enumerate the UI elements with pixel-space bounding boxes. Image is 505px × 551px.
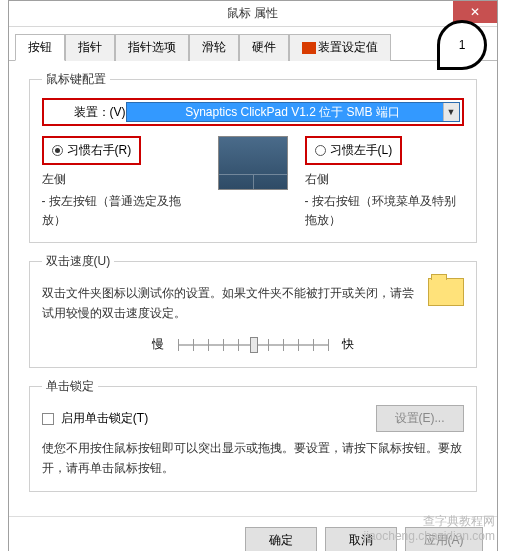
right-side-title: 右侧 (305, 171, 464, 188)
window-title: 鼠标 属性 (227, 5, 278, 22)
radio-icon (315, 145, 326, 156)
tab-pointer-options[interactable]: 指针选项 (115, 34, 189, 61)
tab-hardware[interactable]: 硬件 (239, 34, 289, 61)
double-click-desc: 双击文件夹图标以测试你的设置。如果文件夹不能被打开或关闭，请尝试用较慢的双击速度… (42, 284, 414, 322)
button-label: 设置(E)... (395, 411, 445, 425)
titlebar[interactable]: 鼠标 属性 ✕ (9, 1, 497, 27)
tab-buttons[interactable]: 按钮 (15, 34, 65, 61)
button-label: 确定 (269, 533, 293, 547)
device-value: Synaptics ClickPad V1.2 位于 SMB 端口 (185, 104, 400, 121)
checkbox-icon (42, 413, 54, 425)
tab-body: 鼠标键配置 装置：(V) Synaptics ClickPad V1.2 位于 … (9, 61, 497, 516)
fast-label: 快 (342, 336, 354, 353)
annotation-callout-1: 1 (437, 20, 487, 70)
right-side-desc: - 按右按钮（环境菜单及特别拖放） (305, 192, 464, 230)
group-legend: 双击速度(U) (42, 253, 115, 270)
enable-click-lock-checkbox[interactable]: 启用单击锁定(T) (42, 410, 149, 427)
button-config-group: 鼠标键配置 装置：(V) Synaptics ClickPad V1.2 位于 … (29, 71, 477, 243)
tab-device-settings[interactable]: 装置设定值 (289, 34, 391, 61)
watermark: 查字典教程网 jiaocheng.chazidian.com (364, 514, 495, 545)
mouse-properties-window: 鼠标 属性 ✕ 按钮 指针 指针选项 滑轮 硬件 装置设定值 鼠标键配置 装置：… (8, 0, 498, 551)
radio-icon (52, 145, 63, 156)
slider-track[interactable] (178, 335, 328, 355)
tab-pointer[interactable]: 指针 (65, 34, 115, 61)
click-lock-settings-button: 设置(E)... (376, 405, 464, 432)
folder-test-icon[interactable] (428, 278, 464, 306)
annotation-number: 1 (459, 38, 466, 52)
tab-label: 按钮 (28, 40, 52, 54)
double-click-group: 双击速度(U) 双击文件夹图标以测试你的设置。如果文件夹不能被打开或关闭，请尝试… (29, 253, 477, 367)
tab-label: 硬件 (252, 40, 276, 54)
click-lock-desc: 使您不用按住鼠标按钮即可以突出显示或拖拽。要设置，请按下鼠标按钮。要放开，请再单… (42, 438, 464, 479)
tab-strip: 按钮 指针 指针选项 滑轮 硬件 装置设定值 (9, 27, 497, 61)
left-hand-radio[interactable]: 习惯左手(L) (307, 138, 401, 163)
click-lock-group: 单击锁定 启用单击锁定(T) 设置(E)... 使您不用按住鼠标按钮即可以突出显… (29, 378, 477, 492)
ok-button[interactable]: 确定 (245, 527, 317, 551)
checkbox-label: 启用单击锁定(T) (61, 411, 148, 425)
radio-label: 习惯左手(L) (330, 142, 393, 159)
tab-label: 装置设定值 (318, 40, 378, 54)
right-hand-radio[interactable]: 习惯右手(R) (44, 138, 140, 163)
left-side-desc: - 按左按钮（普通选定及拖放） (42, 192, 201, 230)
watermark-line: jiaocheng.chazidian.com (364, 529, 495, 545)
group-legend: 单击锁定 (42, 378, 98, 395)
synaptics-icon (302, 42, 316, 54)
tab-wheel[interactable]: 滑轮 (189, 34, 239, 61)
group-legend: 鼠标键配置 (42, 71, 110, 88)
slider-thumb[interactable] (250, 337, 258, 353)
double-click-slider: 慢 快 (42, 335, 464, 355)
chevron-down-icon[interactable]: ▼ (443, 103, 459, 121)
close-icon: ✕ (470, 5, 480, 19)
device-label: 装置：(V) (74, 104, 126, 121)
device-select[interactable]: Synaptics ClickPad V1.2 位于 SMB 端口 ▼ (126, 102, 460, 122)
tab-label: 指针选项 (128, 40, 176, 54)
watermark-line: 查字典教程网 (364, 514, 495, 530)
tab-label: 滑轮 (202, 40, 226, 54)
radio-label: 习惯右手(R) (67, 142, 132, 159)
left-side-title: 左侧 (42, 171, 201, 188)
tab-label: 指针 (78, 40, 102, 54)
slow-label: 慢 (152, 336, 164, 353)
touchpad-preview (218, 136, 288, 190)
